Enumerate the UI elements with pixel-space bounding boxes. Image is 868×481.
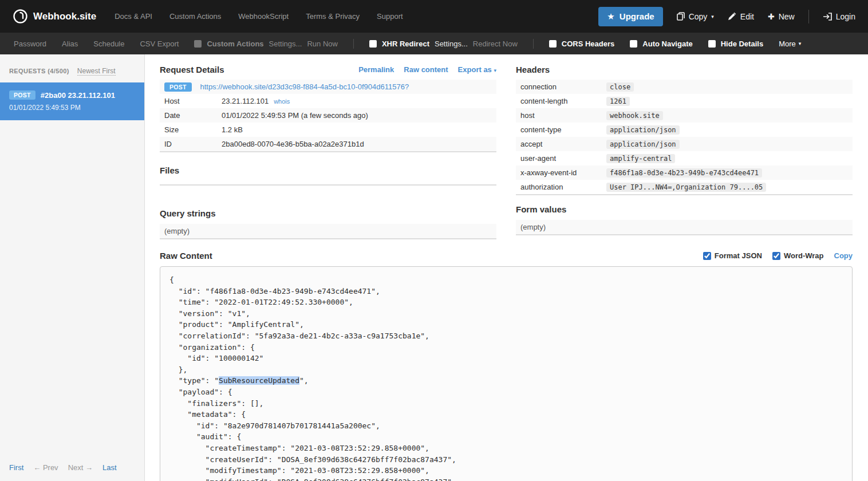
copy-raw-content-link[interactable]: Copy [834,251,853,260]
code-line: }, [169,364,843,376]
new-button[interactable]: ✚ New [768,12,795,21]
copy-menu[interactable]: Copy ▾ [677,12,714,21]
header-row: hostwebhook.site [516,108,853,123]
header-value: webhook.site [606,111,663,120]
query-strings-title: Query strings [160,208,496,218]
raw-content-link[interactable]: Raw content [404,65,448,74]
id-row: ID 2ba00ed8-0070-4e36-b5ba-a02a2e371b1d [160,137,496,152]
format-json-checkbox[interactable] [703,252,711,260]
edit-button[interactable]: Edit [728,12,754,21]
login-button[interactable]: Login [823,12,855,21]
header-row: acceptapplication/json [516,137,853,151]
request-list: POST #2ba00 23.21.112.101 01/01/2022 5:4… [0,82,144,455]
raw-content-code: { "id": "f486f1a8-0d3e-4b23-949b-e743cd4… [160,266,853,481]
request-url-row: POST https://webhook.site/d23d3c98-f884-… [160,80,496,94]
sort-toggle[interactable]: Newest First [77,67,116,76]
header-value: application/json [606,140,680,149]
chevron-down-icon: ▾ [494,68,496,73]
custom-actions-label: Custom Actions [207,40,263,48]
header-value: application/json [606,125,680,135]
format-json-toggle[interactable]: Format JSON [703,251,762,260]
id-value: 2ba00ed8-0070-4e36-b5ba-a02a2e371b1d [217,137,496,152]
pagination-last[interactable]: Last [102,463,117,472]
nav-custom-actions[interactable]: Custom Actions [169,12,221,21]
main-nav: Docs & API Custom Actions WebhookScript … [115,12,403,21]
navbar-divider [808,10,809,23]
request-list-item-selected[interactable]: POST #2ba00 23.21.112.101 01/01/2022 5:4… [0,82,144,120]
custom-actions-group: Custom Actions Settings... Run Now [194,40,337,48]
pagination-next[interactable]: Next → [68,463,93,472]
hide-details-toggle[interactable]: Hide Details [708,40,763,48]
toolbar-divider [353,39,354,49]
custom-actions-checkbox[interactable] [194,40,202,48]
code-line: "time": "2022-01-01T22:49:52.330+0000", [169,297,843,308]
toolbar-schedule[interactable]: Schedule [93,40,124,48]
row-label: Date [160,108,217,123]
custom-actions-run-now[interactable]: Run Now [307,40,337,48]
nav-webhookscript[interactable]: WebhookScript [238,12,289,21]
header-value: User IPJ...NW4=,Organization 79....05 [606,183,766,192]
headers-title: Headers [516,65,550,74]
size-row: Size 1.2 kB [160,123,496,137]
toolbar-password[interactable]: Password [14,40,46,48]
header-value: amplify-central [606,154,675,163]
chevron-down-icon: ▾ [711,14,714,19]
auto-navigate-toggle[interactable]: Auto Navigate [630,40,692,48]
empty-row: (empty) [516,220,853,235]
toolbar-csv-export[interactable]: CSV Export [140,40,179,48]
sidebar-header: REQUESTS (4/500) Newest First [0,54,144,82]
request-details-table: POST https://webhook.site/d23d3c98-f884-… [160,80,496,152]
header-row: content-length1261 [516,94,853,108]
navbar-actions: ★ Upgrade Copy ▾ Edit ✚ New Login [598,7,855,26]
permalink-link[interactable]: Permalink [358,65,394,74]
brand-label: Webhook.site [33,11,96,22]
request-title: #2ba00 23.21.112.101 [41,91,115,100]
code-line: { [169,274,843,286]
host-value: 23.21.112.101 [222,97,269,105]
auto-navigate-checkbox[interactable] [630,40,637,48]
whois-link[interactable]: whois [274,98,290,105]
cors-headers-checkbox[interactable] [549,40,557,48]
request-timestamp: 01/01/2022 5:49:53 PM [9,104,135,112]
empty-value: (empty) [160,224,496,239]
xhr-redirect-now[interactable]: Redirect Now [473,40,518,48]
more-menu[interactable]: More ▾ [779,40,801,48]
host-row: Host 23.21.112.101whois [160,94,496,108]
word-wrap-checkbox[interactable] [772,252,780,260]
xhr-redirect-group: XHR Redirect Settings... Redirect Now [369,40,518,48]
headers-section: Headers connectionclose content-length12… [516,65,853,239]
hide-details-checkbox[interactable] [708,40,716,48]
xhr-redirect-settings[interactable]: Settings... [435,40,468,48]
nav-docs-api[interactable]: Docs & API [115,12,152,21]
code-line: "product": "AmplifyCentral", [169,319,843,330]
xhr-redirect-checkbox[interactable] [369,40,377,48]
pagination-first[interactable]: First [9,463,23,472]
nav-support[interactable]: Support [377,12,403,21]
code-line: "correlationId": "5fa92a3a-de21-4b2c-a33… [169,330,843,342]
cors-headers-label: CORS Headers [562,40,614,48]
pagination-prev[interactable]: ← Prev [33,463,58,472]
export-as-menu[interactable]: Export as ▾ [458,65,496,74]
upgrade-button[interactable]: ★ Upgrade [598,7,662,26]
headers-table: connectionclose content-length1261 hostw… [516,80,853,195]
code-line: "payload": { [169,387,843,398]
code-line: "organization": { [169,342,843,353]
plus-icon: ✚ [768,12,775,21]
custom-actions-settings[interactable]: Settings... [269,40,302,48]
files-empty-area [160,181,496,186]
top-navbar: Webhook.site Docs & API Custom Actions W… [0,0,868,33]
word-wrap-toggle[interactable]: Word-Wrap [772,251,824,260]
code-line: "modifyTimestamp": "2021-03-08T23:52:29.… [169,465,843,476]
header-row: content-typeapplication/json [516,123,853,137]
auto-navigate-label: Auto Navigate [642,40,692,48]
cors-headers-toggle[interactable]: CORS Headers [549,40,614,48]
row-label: ID [160,137,217,152]
brand[interactable]: Webhook.site [13,9,96,24]
code-line: "version": "v1", [169,308,843,320]
request-details-title: Request Details [160,65,224,74]
nav-terms-privacy[interactable]: Terms & Privacy [306,12,360,21]
toolbar-alias[interactable]: Alias [62,40,78,48]
request-url-link[interactable]: https://webhook.site/d23d3c98-f884-4a5d-… [200,82,409,91]
main-panel: Request Details Permalink Raw content Ex… [145,54,868,481]
code-line: "type": "SubResourceUpdated", [169,375,843,387]
